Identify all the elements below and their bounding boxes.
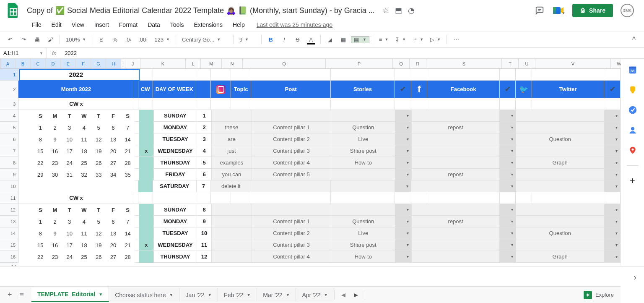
cell[interactable]: [135, 145, 139, 157]
sheet-tab[interactable]: Mar '22▼: [257, 288, 296, 302]
mini-cal[interactable]: S: [120, 110, 135, 122]
dropdown-cell[interactable]: [500, 122, 516, 133]
collapse-toolbar-button[interactable]: ^: [628, 34, 640, 45]
cell[interactable]: [604, 98, 621, 110]
dropdown-cell[interactable]: [604, 122, 621, 133]
post-cell[interactable]: Content pillar 4: [252, 157, 331, 169]
topic-cell[interactable]: these: [212, 122, 252, 133]
fill-color-button[interactable]: ◢: [324, 34, 336, 45]
cell[interactable]: ✔: [500, 81, 516, 98]
mini-cal[interactable]: M: [48, 110, 62, 122]
cell[interactable]: [231, 192, 251, 204]
row-header[interactable]: 16: [0, 251, 18, 263]
dropdown-cell[interactable]: [604, 180, 621, 192]
mini-cal[interactable]: 29: [33, 169, 48, 180]
dropdown-cell[interactable]: [395, 145, 412, 157]
cw-cell[interactable]: [139, 216, 154, 227]
row-header[interactable]: 9: [0, 169, 18, 180]
fb-cell[interactable]: [412, 204, 500, 216]
cell[interactable]: [231, 98, 251, 110]
post-cell[interactable]: Content pillar 2: [252, 227, 331, 239]
mini-cal[interactable]: 21: [120, 145, 135, 157]
column-header[interactable]: B: [16, 59, 31, 68]
cell[interactable]: [18, 110, 33, 122]
comments-icon[interactable]: [534, 5, 545, 16]
mini-cal[interactable]: 21: [120, 239, 135, 251]
cw-cell[interactable]: [139, 251, 154, 263]
cw-cell[interactable]: [138, 180, 153, 192]
mini-cal[interactable]: 18: [77, 145, 91, 157]
column-header[interactable]: S: [426, 59, 502, 68]
stories-cell[interactable]: [331, 110, 395, 122]
menu-insert[interactable]: Insert: [90, 20, 113, 30]
stories-cell[interactable]: [331, 180, 395, 192]
hdr-cw[interactable]: CW: [138, 81, 153, 98]
mini-cal[interactable]: 4: [77, 122, 91, 133]
cell[interactable]: 🐦: [516, 81, 532, 98]
dropdown-cell[interactable]: [604, 133, 621, 145]
cell[interactable]: [211, 98, 231, 110]
cw-cell[interactable]: [139, 227, 154, 239]
dropdown-cell[interactable]: [395, 204, 412, 216]
cell[interactable]: [135, 133, 139, 145]
post-cell[interactable]: Content pillar 2: [252, 133, 331, 145]
mini-cal[interactable]: 12: [91, 227, 106, 239]
share-button[interactable]: Share: [572, 4, 613, 17]
cell[interactable]: [395, 98, 411, 110]
day-cell[interactable]: MONDAY: [154, 216, 197, 227]
hdr-ig[interactable]: [211, 81, 231, 98]
dropdown-cell[interactable]: [500, 157, 516, 169]
cell[interactable]: [135, 227, 139, 239]
mini-cal[interactable]: 14: [120, 227, 135, 239]
mini-cal[interactable]: 35: [120, 169, 135, 180]
num-cell[interactable]: 9: [197, 216, 212, 227]
column-header[interactable]: J: [125, 59, 140, 68]
dropdown-cell[interactable]: [500, 251, 516, 263]
cw-label[interactable]: CW x: [18, 98, 134, 110]
topic-cell[interactable]: are: [212, 133, 252, 145]
cell[interactable]: [18, 122, 33, 133]
cell[interactable]: f: [411, 81, 428, 98]
mini-cal[interactable]: M: [48, 204, 62, 216]
mini-cal[interactable]: 26: [91, 251, 106, 263]
num-cell[interactable]: 1: [197, 110, 212, 122]
mini-cal[interactable]: 18: [77, 239, 91, 251]
mini-cal[interactable]: W: [77, 110, 91, 122]
cell[interactable]: [604, 192, 621, 204]
tw-cell[interactable]: [516, 145, 604, 157]
mini-cal[interactable]: 15: [33, 239, 48, 251]
mini-cal[interactable]: 17: [62, 145, 77, 157]
mini-cal[interactable]: 20: [106, 145, 121, 157]
mini-cal[interactable]: 12: [91, 133, 106, 145]
cell[interactable]: [18, 227, 33, 239]
post-cell[interactable]: Content pillar 3: [252, 239, 331, 251]
stories-cell[interactable]: [331, 169, 395, 180]
redo-button[interactable]: ↷: [18, 34, 29, 45]
mini-cal[interactable]: 25: [77, 157, 91, 169]
post-cell[interactable]: Content pillar 5: [252, 169, 331, 180]
cell[interactable]: [211, 192, 231, 204]
stories-cell[interactable]: Share post: [331, 239, 395, 251]
stories-cell[interactable]: [331, 204, 395, 216]
cell[interactable]: [135, 204, 139, 216]
row-header[interactable]: 13: [0, 216, 18, 227]
maps-icon[interactable]: [628, 145, 638, 155]
topic-cell[interactable]: [212, 110, 252, 122]
column-header[interactable]: K: [140, 59, 186, 68]
tw-cell[interactable]: [516, 180, 605, 192]
mini-cal[interactable]: W: [77, 204, 91, 216]
cell[interactable]: [135, 157, 139, 169]
mini-cal[interactable]: 23: [48, 157, 62, 169]
cell[interactable]: [153, 98, 197, 110]
cell[interactable]: [331, 69, 395, 81]
column-header[interactable]: O: [243, 59, 326, 68]
mini-cal[interactable]: 22: [33, 251, 48, 263]
paint-format-button[interactable]: 🖌: [44, 34, 56, 45]
stories-cell[interactable]: Share post: [331, 145, 395, 157]
dropdown-cell[interactable]: [500, 133, 516, 145]
dropdown-cell[interactable]: [604, 239, 621, 251]
fb-cell[interactable]: [412, 110, 500, 122]
mini-cal[interactable]: 23: [48, 251, 62, 263]
mini-cal[interactable]: 16: [48, 145, 62, 157]
fb-cell[interactable]: repost: [412, 216, 500, 227]
